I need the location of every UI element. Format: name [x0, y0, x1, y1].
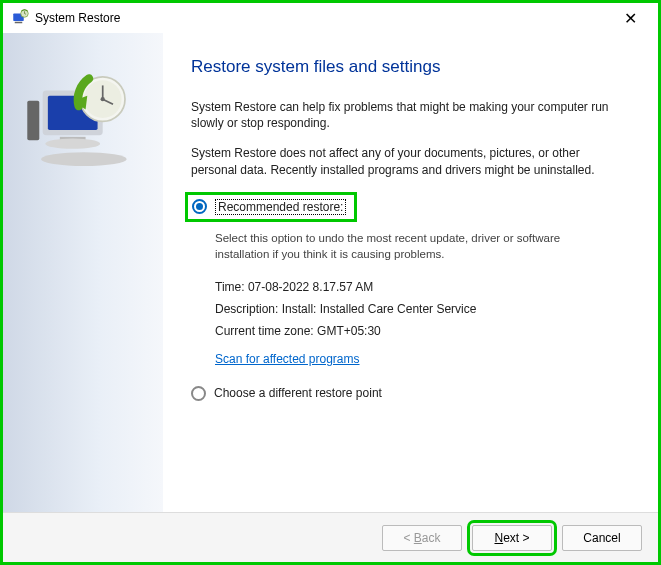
svg-rect-1 — [15, 22, 23, 24]
app-icon — [11, 9, 29, 27]
cancel-button[interactable]: Cancel — [562, 525, 642, 551]
back-button: < Back — [382, 525, 462, 551]
scan-affected-link[interactable]: Scan for affected programs — [215, 352, 360, 366]
restore-description: Description: Install: Installed Care Cen… — [215, 302, 612, 316]
intro-text-1: System Restore can help fix problems tha… — [191, 99, 612, 131]
left-pane — [3, 33, 163, 512]
next-button[interactable]: Next > — [472, 525, 552, 551]
option-recommended-detail: Select this option to undo the most rece… — [215, 230, 612, 262]
svg-point-13 — [101, 97, 105, 101]
radio-different[interactable] — [191, 386, 206, 401]
restore-options: Recommended restore: Select this option … — [191, 192, 612, 401]
radio-recommended[interactable] — [192, 199, 207, 214]
footer: < Back Next > Cancel — [3, 512, 658, 562]
titlebar: System Restore ✕ — [3, 3, 658, 33]
window-title: System Restore — [35, 11, 610, 25]
option-different-label: Choose a different restore point — [214, 386, 382, 400]
main-pane: Restore system files and settings System… — [163, 33, 658, 512]
svg-point-7 — [45, 139, 100, 149]
intro-text-2: System Restore does not affect any of yo… — [191, 145, 612, 177]
option-different[interactable]: Choose a different restore point — [191, 386, 612, 401]
body-area: Restore system files and settings System… — [3, 33, 658, 512]
restore-info: Time: 07-08-2022 8.17.57 AM Description:… — [215, 280, 612, 366]
close-icon[interactable]: ✕ — [610, 9, 650, 28]
svg-rect-8 — [27, 101, 39, 140]
option-recommended-label: Recommended restore: — [215, 199, 346, 215]
page-title: Restore system files and settings — [191, 57, 612, 77]
system-restore-icon — [17, 162, 137, 176]
option-recommended[interactable]: Recommended restore: — [191, 192, 612, 222]
restore-timezone: Current time zone: GMT+05:30 — [215, 324, 612, 338]
restore-time: Time: 07-08-2022 8.17.57 AM — [215, 280, 612, 294]
svg-point-3 — [41, 152, 127, 166]
